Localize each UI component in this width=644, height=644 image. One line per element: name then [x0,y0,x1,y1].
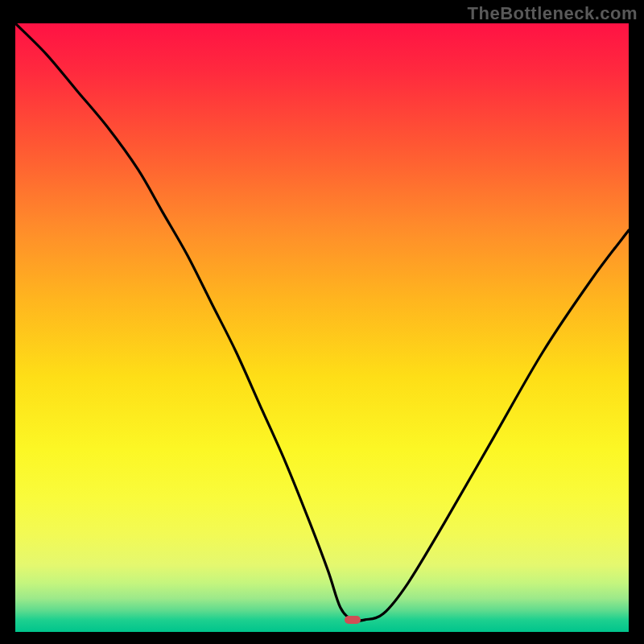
plot-frame [15,23,629,632]
watermark-label: TheBottleneck.com [468,3,638,24]
chart-container: TheBottleneck.com [0,0,644,644]
optimum-marker [345,616,361,624]
bottleneck-curve [15,23,629,632]
